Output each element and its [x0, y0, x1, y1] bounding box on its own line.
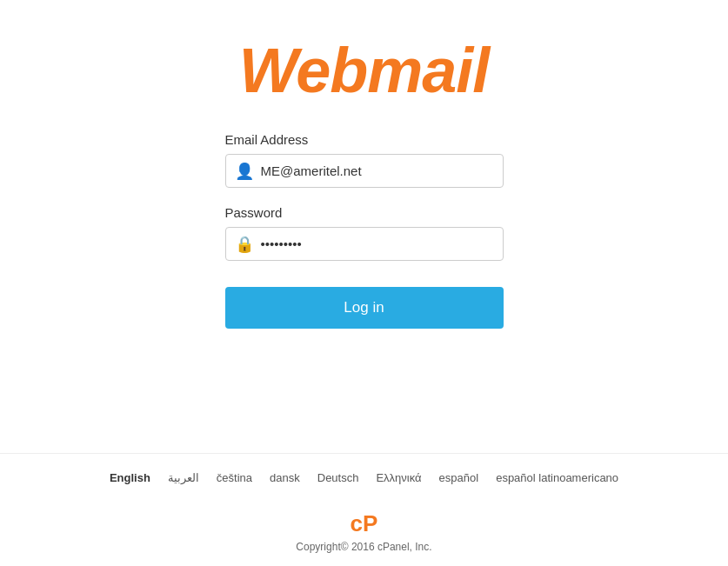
login-form: Email Address 👤 Password 🔒 Log in	[225, 132, 504, 329]
password-input[interactable]	[261, 228, 494, 260]
password-field-group: Password 🔒	[225, 205, 504, 261]
lang-czech[interactable]: čeština	[217, 471, 252, 484]
webmail-logo: Webmail	[239, 35, 490, 106]
email-input-wrapper: 👤	[225, 154, 504, 188]
lang-spanish-latam[interactable]: español latinoamericano	[496, 471, 618, 484]
lang-greek[interactable]: Ελληνικά	[376, 471, 421, 484]
email-input[interactable]	[261, 155, 494, 187]
lock-icon: 🔒	[235, 235, 254, 254]
email-field-group: Email Address 👤	[225, 132, 504, 188]
email-label: Email Address	[225, 132, 504, 147]
footer: cP Copyright© 2016 cPanel, Inc.	[0, 502, 728, 566]
password-input-wrapper: 🔒	[225, 227, 504, 261]
main-content: Webmail Email Address 👤 Password 🔒 Log i…	[225, 0, 504, 453]
lang-german[interactable]: Deutsch	[317, 471, 359, 484]
lang-danish[interactable]: dansk	[270, 471, 300, 484]
lang-arabic[interactable]: العربية	[168, 471, 199, 484]
logo-container: Webmail	[239, 35, 490, 106]
lang-english[interactable]: English	[110, 471, 150, 484]
password-label: Password	[225, 205, 504, 220]
language-bar: English العربية čeština dansk Deutsch Ελ…	[0, 453, 728, 502]
user-icon: 👤	[235, 162, 254, 181]
copyright-text: Copyright© 2016 cPanel, Inc.	[296, 541, 431, 553]
cpanel-icon: cP	[351, 510, 378, 537]
lang-spanish[interactable]: español	[439, 471, 479, 484]
login-button[interactable]: Log in	[225, 287, 504, 329]
